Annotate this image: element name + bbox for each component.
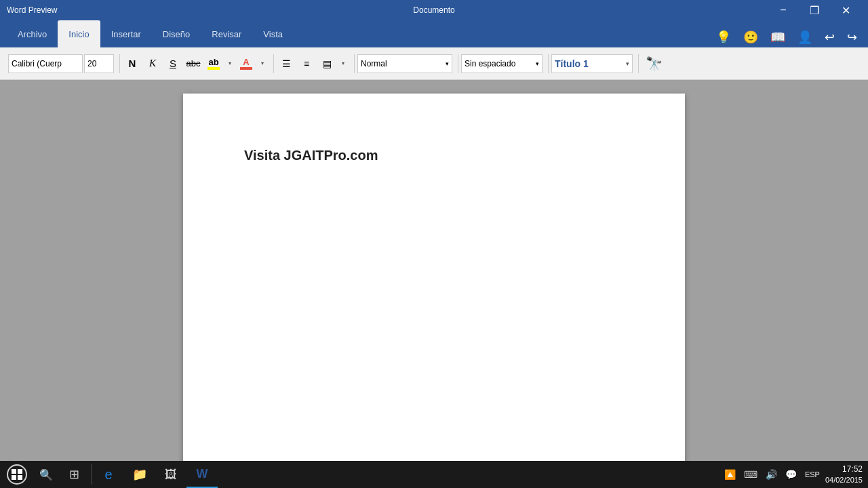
font-color-dropdown[interactable]: ▾ <box>257 54 268 73</box>
taskbar-search-button[interactable]: 🔍 <box>34 461 58 488</box>
tab-insertar[interactable]: Insertar <box>100 20 152 47</box>
find-button[interactable]: 🔭 <box>642 54 666 73</box>
ribbon-tabs: Archivo Inicio Insertar Diseño Revisar V… <box>0 20 868 47</box>
emoji-icon[interactable]: 🙂 <box>739 27 762 47</box>
document-page: Visita JGAITPro.com <box>183 94 685 461</box>
redo-icon[interactable]: ↪ <box>843 27 861 47</box>
align-button[interactable]: ▤ <box>317 54 336 73</box>
tab-diseno[interactable]: Diseño <box>152 20 201 47</box>
book-icon[interactable]: 📖 <box>766 27 789 47</box>
clock-block[interactable]: 17:52 04/02/2015 <box>825 464 863 485</box>
taskbar-explorer-icon[interactable]: 📁 <box>124 461 155 488</box>
font-name-input[interactable] <box>8 54 83 73</box>
font-size-input[interactable] <box>84 54 114 73</box>
normal-style-dropdown[interactable]: Normal ▾ <box>357 54 452 73</box>
taskbar: 🔍 ⊞ e 📁 🖼 W 🔼 ⌨ 🔊 💬 ESP 17:52 04/02/2015 <box>0 461 868 488</box>
text-format-group: N K S abc ab ▾ A ▾ <box>119 54 271 73</box>
bullet-list-button[interactable]: ☰ <box>277 54 296 73</box>
document-content[interactable]: Visita JGAITPro.com <box>244 148 624 163</box>
ribbon-right-icons: 💡 🙂 📖 👤 ↩ ↪ <box>705 27 868 47</box>
language-badge[interactable]: ESP <box>802 469 823 480</box>
title-style-group: Título 1 ▾ <box>548 54 635 73</box>
title1-arrow: ▾ <box>626 60 629 67</box>
start-btn-circle <box>7 464 27 485</box>
document-title: Documento <box>413 5 454 15</box>
clock-date: 04/02/2015 <box>825 475 863 485</box>
spacing-arrow: ▾ <box>536 60 539 67</box>
list-align-group: ☰ ≡ ▤ ▾ <box>273 54 351 73</box>
underline-button[interactable]: S <box>163 54 182 73</box>
network-icon[interactable]: 🔼 <box>722 468 738 481</box>
normal-style-label: Normal <box>361 59 387 68</box>
taskbar-word-icon[interactable]: W <box>186 461 218 488</box>
undo-icon[interactable]: ↩ <box>821 27 839 47</box>
highlight-color-bar <box>208 67 220 70</box>
bold-button[interactable]: N <box>123 54 142 73</box>
notification-icon[interactable]: 💬 <box>783 468 800 481</box>
title1-style-dropdown[interactable]: Título 1 ▾ <box>551 54 633 73</box>
formatting-toolbar: N K S abc ab ▾ A ▾ ☰ ≡ ▤ ▾ Normal ▾ Sin … <box>0 47 868 80</box>
tab-inicio[interactable]: Inicio <box>58 20 100 47</box>
tab-revisar[interactable]: Revisar <box>201 20 252 47</box>
spacing-style-label: Sin espaciado <box>465 59 515 68</box>
tab-vista[interactable]: Vista <box>252 20 294 47</box>
taskbar-photo-icon[interactable]: 🖼 <box>155 461 186 488</box>
spacing-group: Sin espaciado ▾ <box>458 54 545 73</box>
titlebar: Word Preview Documento − ❐ ✕ <box>0 0 868 20</box>
restore-button[interactable]: ❐ <box>799 0 830 20</box>
taskbar-separator <box>91 464 92 485</box>
clock-time: 17:52 <box>825 464 863 475</box>
strikethrough-button[interactable]: abc <box>184 54 203 73</box>
start-button[interactable] <box>0 461 34 488</box>
font-group <box>5 54 117 73</box>
keyboard-icon[interactable]: ⌨ <box>741 468 760 481</box>
font-color-bar <box>240 67 252 70</box>
window-controls: − ❐ ✕ <box>768 0 861 20</box>
minimize-button[interactable]: − <box>768 0 799 20</box>
tab-archivo[interactable]: Archivo <box>7 20 58 47</box>
spacing-style-dropdown[interactable]: Sin espaciado ▾ <box>461 54 542 73</box>
highlight-dropdown[interactable]: ▾ <box>224 54 235 73</box>
taskbar-ie-icon[interactable]: e <box>93 461 124 488</box>
document-area[interactable]: Visita JGAITPro.com <box>0 80 868 461</box>
style-group: Normal ▾ <box>354 54 455 73</box>
highlight-button[interactable]: ab <box>204 54 223 73</box>
user-icon[interactable]: 👤 <box>793 27 816 47</box>
font-color-letter: A <box>243 58 249 66</box>
close-button[interactable]: ✕ <box>830 0 861 20</box>
help-icon[interactable]: 💡 <box>712 27 735 47</box>
normal-style-arrow: ▾ <box>446 60 449 67</box>
italic-button[interactable]: K <box>143 54 162 73</box>
find-group: 🔭 <box>638 54 669 73</box>
font-color-button[interactable]: A <box>237 54 256 73</box>
taskbar-right: 🔼 ⌨ 🔊 💬 ESP 17:52 04/02/2015 <box>716 464 868 485</box>
volume-icon[interactable]: 🔊 <box>763 468 780 481</box>
highlight-letter: ab <box>208 58 218 66</box>
numbered-list-button[interactable]: ≡ <box>297 54 316 73</box>
app-name: Word Preview <box>7 5 57 15</box>
align-dropdown[interactable]: ▾ <box>338 54 349 73</box>
title1-style-label: Título 1 <box>555 58 589 69</box>
taskbar-taskview[interactable]: ⊞ <box>58 461 90 488</box>
start-grid-icon <box>12 469 22 480</box>
